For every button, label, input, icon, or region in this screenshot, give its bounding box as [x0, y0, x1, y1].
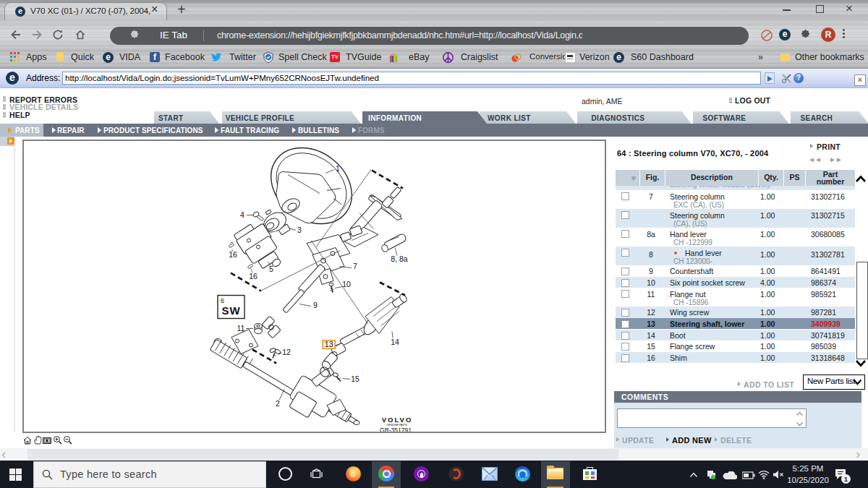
- svg-text:7: 7: [353, 261, 357, 270]
- svg-text:14: 14: [391, 337, 399, 346]
- svg-text:3: 3: [297, 225, 302, 234]
- svg-text:16: 16: [249, 271, 258, 280]
- svg-text:SW: SW: [221, 304, 240, 317]
- svg-text:16: 16: [229, 249, 237, 258]
- svg-text:13: 13: [325, 340, 333, 348]
- svg-text:GR-351791: GR-351791: [380, 427, 412, 432]
- svg-text:11: 11: [237, 323, 245, 332]
- svg-text:4: 4: [240, 210, 244, 218]
- svg-text:5: 5: [269, 264, 273, 273]
- svg-text:9: 9: [313, 300, 318, 309]
- svg-text:8, 8a: 8, 8a: [391, 254, 408, 262]
- svg-text:1: 1: [336, 163, 340, 172]
- svg-text:10: 10: [342, 279, 351, 288]
- svg-text:12: 12: [282, 347, 291, 356]
- svg-text:VOLVO: VOLVO: [382, 416, 413, 424]
- svg-text:6: 6: [221, 297, 224, 304]
- svg-text:15: 15: [351, 374, 359, 382]
